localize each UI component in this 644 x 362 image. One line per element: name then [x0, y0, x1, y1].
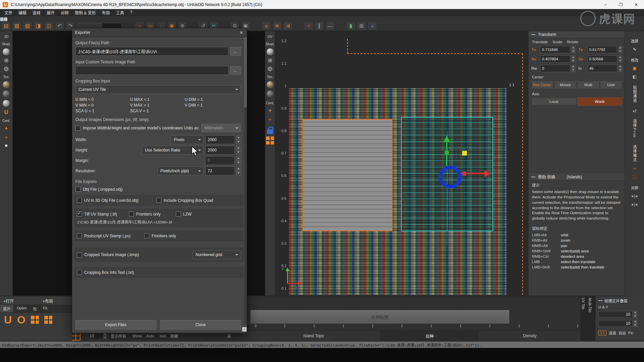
- uv-wireframe-sphere-icon[interactable]: ⊕: [268, 58, 272, 63]
- transform-subtab[interactable]: Rotate: [567, 40, 578, 44]
- width-input[interactable]: 2000: [205, 135, 235, 144]
- unwrap-u-button[interactable]: U: [4, 314, 12, 325]
- lzw-checkbox[interactable]: [176, 212, 181, 217]
- align-middle-icon[interactable]: ≋: [272, 21, 282, 30]
- right-rail-item[interactable]: ◧: [633, 74, 637, 79]
- open-section-label[interactable]: +打开: [3, 298, 14, 304]
- center-mode-button[interactable]: Box Center: [531, 81, 553, 89]
- right-rail-item[interactable]: 对称: [631, 185, 638, 190]
- uv-center-cross-dim-icon[interactable]: +: [268, 116, 272, 123]
- save-as-icon[interactable]: ◨: [34, 21, 43, 30]
- right-rail-item[interactable]: ≈: [633, 166, 636, 171]
- gizmo-rotate-ring[interactable]: [439, 166, 462, 188]
- obj-file-checkbox[interactable]: [75, 187, 80, 192]
- transform-subtab[interactable]: Translate: [532, 40, 548, 44]
- stretch-map-button[interactable]: 拉伸贴图: [251, 310, 509, 323]
- ps-stamp-checkbox[interactable]: [77, 233, 82, 238]
- collapse-dash-icon[interactable]: [531, 34, 535, 35]
- center-mode-button[interactable]: User: [600, 81, 622, 89]
- pack-grid-icon[interactable]: [31, 316, 39, 324]
- txt-info-checkbox[interactable]: [77, 270, 82, 275]
- uv-tile-vertical-label[interactable]: UV Tile: [581, 298, 585, 309]
- right-rail-item[interactable]: ▸|◂: [632, 202, 637, 207]
- right-rail-item[interactable]: 选择模式: [632, 145, 637, 162]
- right-rail-item[interactable]: 贴图通道: [632, 85, 637, 103]
- right-rail-item[interactable]: x2: [633, 109, 637, 113]
- textured-sphere-icon[interactable]: [3, 81, 10, 88]
- height-spinner[interactable]: [236, 146, 241, 155]
- dialog-close-button[interactable]: Close: [160, 320, 241, 329]
- open-file-icon[interactable]: ▧: [12, 21, 21, 30]
- bottom-tab[interactable]: Optim: [14, 305, 30, 312]
- uv-island-left[interactable]: [303, 119, 392, 231]
- density-tab[interactable]: Density: [479, 331, 581, 341]
- uv-center-cross-icon[interactable]: +: [268, 107, 272, 114]
- close-button[interactable]: ✕: [629, 0, 644, 9]
- v-repeat-spinner[interactable]: [634, 320, 637, 327]
- tiff-stamp-checkbox[interactable]: [77, 212, 82, 217]
- uv-textured-sphere-icon[interactable]: [267, 81, 274, 88]
- right-rail-item[interactable]: 选择: [631, 38, 638, 44]
- uvin3d-checkbox[interactable]: [77, 198, 82, 203]
- collapse-dash-icon[interactable]: [598, 300, 602, 301]
- gizmo-green-arrowhead[interactable]: [443, 135, 450, 142]
- exporter-close-icon[interactable]: ✕: [239, 30, 244, 35]
- stretch-tab[interactable]: 拉伸: [380, 331, 479, 341]
- v-repeat-input[interactable]: 10: [598, 320, 633, 327]
- right-rail-item[interactable]: 选择Prim: [632, 119, 637, 138]
- align-right-icon[interactable]: ⇉: [283, 21, 292, 30]
- undo-icon[interactable]: ↶: [55, 21, 64, 30]
- pin-icon[interactable]: ⌖: [304, 21, 313, 30]
- bmp-checkbox[interactable]: [77, 252, 82, 257]
- transform-spinner[interactable]: [572, 46, 575, 53]
- dialog-corner-icon[interactable]: [242, 327, 247, 331]
- link-button[interactable]: 连接: [609, 330, 616, 336]
- constraint-icon[interactable]: ∥: [315, 21, 324, 30]
- bmp-mode-select[interactable]: Numbered grid: [193, 250, 241, 259]
- globe-icon[interactable]: ◍: [4, 66, 9, 71]
- menu-item[interactable]: ?: [127, 9, 136, 15]
- move-cross-icon[interactable]: +: [368, 21, 377, 30]
- transform-spinner[interactable]: [572, 55, 575, 63]
- right-rail-item[interactable]: ▣: [633, 66, 637, 71]
- height-unit-select[interactable]: Use Selection Ratio: [142, 146, 204, 155]
- exporter-dialog-titlebar[interactable]: Exporter ✕: [72, 28, 247, 37]
- transform-value-input[interactable]: 0.50568: [587, 55, 618, 63]
- transform-value-input[interactable]: 0: [540, 65, 570, 72]
- resolution-input[interactable]: 72: [205, 167, 235, 175]
- isolation-value-input[interactable]: 10: [88, 333, 103, 340]
- axis-mode-button[interactable]: World: [577, 98, 623, 106]
- u-repeat-input[interactable]: 10: [598, 311, 633, 318]
- menu-item[interactable]: 展开: [44, 9, 58, 16]
- ps-frontiers-checkbox[interactable]: [144, 233, 149, 238]
- menu-item[interactable]: 工具: [113, 9, 127, 16]
- dark-sphere-icon[interactable]: [3, 90, 10, 98]
- menu-item[interactable]: 布局: [99, 9, 113, 16]
- export-files-button[interactable]: Export Files: [75, 320, 156, 329]
- output-path-browse-button[interactable]: ...: [230, 47, 241, 56]
- gizmo-red-handle[interactable]: [462, 172, 466, 176]
- pack-icon[interactable]: ▮: [346, 21, 356, 30]
- margin-spinner[interactable]: [236, 156, 241, 165]
- wireframe-sphere-icon[interactable]: ⊕: [4, 58, 8, 63]
- input-texture-input[interactable]: [75, 66, 228, 75]
- transform-value-input[interactable]: 0.711846: [540, 46, 570, 53]
- transform-spinner[interactable]: [572, 65, 575, 72]
- resolution-unit-select[interactable]: Pixels/Inch (dpi): [157, 167, 204, 175]
- slider-icon[interactable]: —: [325, 21, 335, 30]
- align-left-icon[interactable]: ≡: [262, 21, 271, 30]
- width-spinner[interactable]: [236, 135, 241, 144]
- maximize-button[interactable]: ❐: [613, 0, 629, 9]
- gizmo-yellow-handle[interactable]: [462, 151, 467, 156]
- unfold-tool-icon[interactable]: U: [4, 109, 8, 115]
- white-dot-icon[interactable]: [5, 144, 7, 147]
- right-rail-item[interactable]: ⬉: [633, 47, 637, 52]
- uv-dark-sphere-icon[interactable]: [267, 90, 274, 98]
- snap-grid-icon[interactable]: ⊞: [357, 21, 366, 30]
- cropping-box-select[interactable]: Current UV Tile: [75, 85, 241, 94]
- right-rail-item[interactable]: 修改: [631, 57, 638, 63]
- menu-item[interactable]: 文件: [1, 9, 15, 16]
- height-input[interactable]: 2000: [205, 146, 235, 155]
- gizmo-red-arrow[interactable]: [468, 173, 484, 174]
- menu-item[interactable]: 编辑: [15, 9, 30, 16]
